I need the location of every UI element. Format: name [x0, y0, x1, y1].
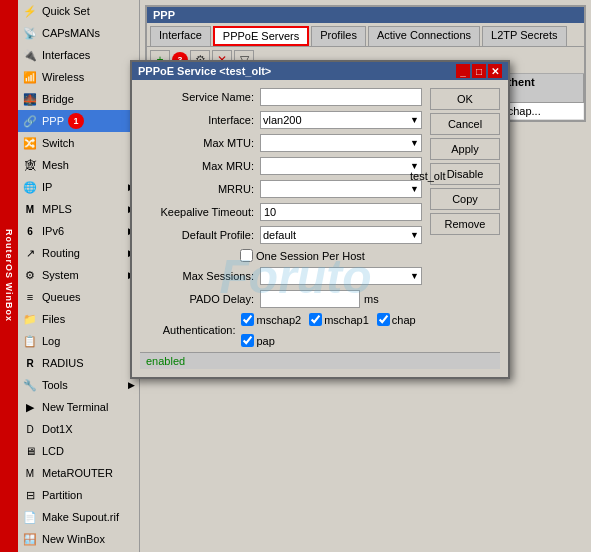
sidebar-item-meta[interactable]: M MetaROUTER — [18, 462, 139, 484]
dot1x-icon: D — [22, 421, 38, 437]
max-mtu-select[interactable]: ▼ — [260, 134, 422, 152]
ppp-window-title: PPP — [147, 7, 584, 23]
default-profile-select[interactable]: default ▼ — [260, 226, 422, 244]
sidebar-item-ppp[interactable]: 🔗 PPP 1 — [18, 110, 139, 132]
auth-row: Authentication: mschap2 mschap1 — [140, 313, 422, 347]
sidebar: RouterOS WinBox ⚡ Quick Set 📡 CAPsMANs 🔌… — [0, 0, 140, 552]
routing-icon: ↗ — [22, 245, 38, 261]
ok-button[interactable]: OK — [430, 88, 500, 110]
one-session-checkbox[interactable] — [240, 249, 253, 262]
brand-label: RouterOS WinBox — [0, 0, 18, 552]
newterminal-icon: ▶ — [22, 399, 38, 415]
sidebar-item-interfaces[interactable]: 🔌 Interfaces — [18, 44, 139, 66]
pado-delay-label: PADO Delay: — [140, 293, 260, 305]
dialog-minimize-button[interactable]: _ — [456, 64, 470, 78]
ppp-badge: 1 — [68, 113, 84, 129]
sidebar-item-dot1x[interactable]: D Dot1X — [18, 418, 139, 440]
max-mru-row: Max MRU: ▼ — [140, 157, 422, 175]
sidebar-item-quickset[interactable]: ⚡ Quick Set — [18, 0, 139, 22]
keepalive-input[interactable] — [260, 203, 422, 221]
ipv6-icon: 6 — [22, 223, 38, 239]
auth-mschap1-check[interactable]: mschap1 — [309, 313, 369, 326]
sidebar-item-log[interactable]: 📋 Log — [18, 330, 139, 352]
newwinbox-icon: 🪟 — [22, 531, 38, 547]
radius-icon: R — [22, 355, 38, 371]
dialog-buttons: OK Cancel Apply Disable Copy Remove — [430, 88, 500, 352]
pado-ms-label: ms — [364, 293, 379, 305]
sidebar-item-queues[interactable]: ≡ Queues — [18, 286, 139, 308]
dialog-form: Service Name: test_olt Interface: vlan20… — [140, 88, 500, 352]
default-profile-arrow: ▼ — [410, 230, 419, 240]
sidebar-item-newterminal[interactable]: ▶ New Terminal — [18, 396, 139, 418]
auth-checks: mschap2 mschap1 chap — [241, 313, 422, 347]
interface-row: Interface: vlan200 ▼ — [140, 111, 422, 129]
interface-label: Interface: — [140, 114, 260, 126]
auth-pap-check[interactable]: pap — [241, 334, 274, 347]
tab-l2tp-secrets[interactable]: L2TP Secrets — [482, 26, 566, 46]
bridge-icon: 🌉 — [22, 91, 38, 107]
tab-active-connections[interactable]: Active Connections — [368, 26, 480, 46]
sidebar-item-tools[interactable]: 🔧 Tools ▶ — [18, 374, 139, 396]
pado-delay-input[interactable] — [260, 290, 360, 308]
sidebar-item-newwinbox[interactable]: 🪟 New WinBox — [18, 528, 139, 550]
mrru-select[interactable]: ▼ — [260, 180, 422, 198]
one-session-row: One Session Per Host — [140, 249, 422, 262]
sidebar-item-system[interactable]: ⚙ System ▶ — [18, 264, 139, 286]
max-mtu-row: Max MTU: ▼ — [140, 134, 422, 152]
service-name-label: Service Name: — [140, 91, 260, 103]
tab-bar: Interface PPPoE Servers Profiles Active … — [147, 23, 584, 47]
sidebar-item-supout[interactable]: 📄 Make Supout.rif — [18, 506, 139, 528]
dialog-maximize-button[interactable]: □ — [472, 64, 486, 78]
sidebar-item-routing[interactable]: ↗ Routing ▶ — [18, 242, 139, 264]
max-mru-select[interactable]: ▼ — [260, 157, 422, 175]
wireless-icon: 📶 — [22, 69, 38, 85]
partition-icon: ⊟ — [22, 487, 38, 503]
max-sessions-select[interactable]: ▼ — [260, 267, 422, 285]
form-content: Service Name: test_olt Interface: vlan20… — [140, 88, 422, 352]
meta-icon: M — [22, 465, 38, 481]
sidebar-item-lcd[interactable]: 🖥 LCD — [18, 440, 139, 462]
auth-chap-check[interactable]: chap — [377, 313, 416, 326]
tab-profiles[interactable]: Profiles — [311, 26, 366, 46]
sidebar-item-capsman[interactable]: 📡 CAPsMANs — [18, 22, 139, 44]
app-container: RouterOS WinBox ⚡ Quick Set 📡 CAPsMANs 🔌… — [0, 0, 591, 552]
auth-label: Authentication: — [140, 324, 241, 336]
cancel-button[interactable]: Cancel — [430, 113, 500, 135]
max-sessions-label: Max Sessions: — [140, 270, 260, 282]
sidebar-item-switch[interactable]: 🔀 Switch — [18, 132, 139, 154]
capsman-icon: 📡 — [22, 25, 38, 41]
switch-icon: 🔀 — [22, 135, 38, 151]
sidebar-item-radius[interactable]: R RADIUS — [18, 352, 139, 374]
tools-icon: 🔧 — [22, 377, 38, 393]
mrru-arrow: ▼ — [410, 184, 419, 194]
copy-button[interactable]: Copy — [430, 188, 500, 210]
sidebar-item-files[interactable]: 📁 Files — [18, 308, 139, 330]
sidebar-item-ip[interactable]: 🌐 IP ▶ — [18, 176, 139, 198]
sidebar-item-mpls[interactable]: M MPLS ▶ — [18, 198, 139, 220]
tab-interface[interactable]: Interface — [150, 26, 211, 46]
tools-arrow: ▶ — [128, 380, 135, 390]
log-icon: 📋 — [22, 333, 38, 349]
auth-mschap2-check[interactable]: mschap2 — [241, 313, 301, 326]
sidebar-item-bridge[interactable]: 🌉 Bridge — [18, 88, 139, 110]
sidebar-item-partition[interactable]: ⊟ Partition — [18, 484, 139, 506]
dialog-close-button[interactable]: ✕ — [488, 64, 502, 78]
remove-button[interactable]: Remove — [430, 213, 500, 235]
sidebar-item-ipv6[interactable]: 6 IPv6 ▶ — [18, 220, 139, 242]
ppoe-service-dialog: PPPoE Service <test_olt> _ □ ✕ Service N… — [140, 60, 510, 379]
sidebar-items: ⚡ Quick Set 📡 CAPsMANs 🔌 Interfaces 📶 Wi… — [18, 0, 139, 552]
tab-ppoe-servers[interactable]: PPPoE Servers — [213, 26, 309, 46]
queues-icon: ≡ — [22, 289, 38, 305]
pado-delay-row: PADO Delay: ms — [140, 290, 422, 308]
sidebar-item-wireless[interactable]: 📶 Wireless — [18, 66, 139, 88]
sidebar-item-mesh[interactable]: 🕸 Mesh — [18, 154, 139, 176]
max-sessions-arrow: ▼ — [410, 271, 419, 281]
main-content: PPP Interface PPPoE Servers Profiles Act… — [140, 0, 591, 552]
ip-icon: 🌐 — [22, 179, 38, 195]
interface-select[interactable]: vlan200 ▼ — [260, 111, 422, 129]
max-mtu-label: Max MTU: — [140, 137, 260, 149]
max-mru-label: Max MRU: — [140, 160, 260, 172]
apply-button[interactable]: Apply — [430, 138, 500, 160]
interface-select-arrow: ▼ — [410, 115, 419, 125]
service-name-input[interactable] — [260, 88, 422, 106]
